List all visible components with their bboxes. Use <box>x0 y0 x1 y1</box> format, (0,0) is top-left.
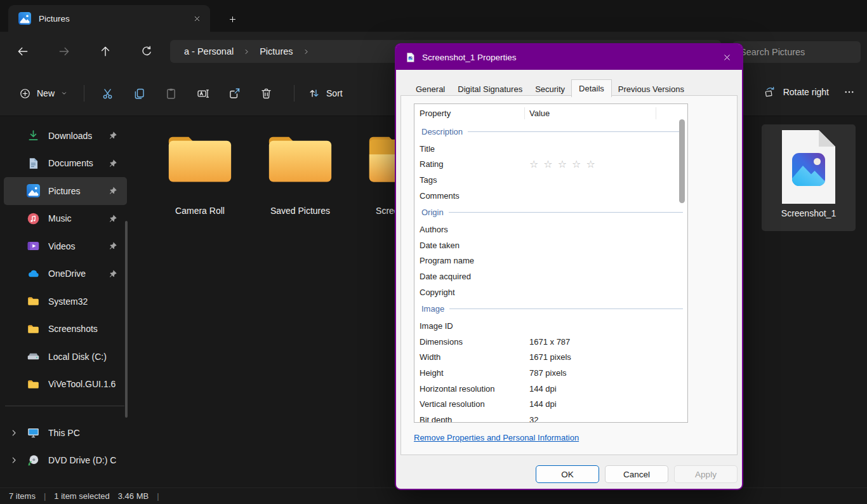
pin-icon <box>108 159 117 168</box>
property-name: Title <box>414 144 525 154</box>
see-more-button[interactable] <box>839 82 859 102</box>
sort-button-label: Sort <box>326 88 343 98</box>
rotate-right-icon <box>764 86 776 98</box>
sidebar-scrollbar[interactable] <box>125 221 128 418</box>
breadcrumb-item[interactable]: Pictures <box>257 45 295 58</box>
selected-file-tile[interactable]: Screenshot_1 <box>762 124 856 231</box>
chevron-right-icon[interactable] <box>10 428 18 437</box>
dialog-buttons: OK Cancel Apply <box>536 465 738 483</box>
dialog-tab[interactable]: Details <box>571 79 612 97</box>
file-explorer-window: Pictures a - Personal Pictures Search Pi… <box>0 0 867 504</box>
dialog-title: Screenshot_1 Properties <box>422 53 517 62</box>
breadcrumb-item[interactable]: a - Personal <box>182 45 236 58</box>
property-row: Date acquired ☆☆☆☆☆ <box>414 269 687 284</box>
pin-icon <box>108 241 117 251</box>
sidebar-item[interactable]: System32 <box>4 288 127 315</box>
property-name: Vertical resolution <box>414 399 525 409</box>
property-row: Dimensions 1671 x 787 ☆☆☆☆☆ <box>414 334 687 350</box>
up-button[interactable] <box>94 40 117 63</box>
pictures-icon <box>27 184 40 197</box>
toolbar-divider <box>84 85 84 102</box>
property-name: Date taken <box>414 241 525 250</box>
dialog-tab[interactable]: Digital Signatures <box>451 82 529 96</box>
rating-stars[interactable]: ☆☆☆☆☆ <box>529 159 600 169</box>
sidebar-item[interactable]: ViVeTool.GUI.1.6 <box>4 371 127 399</box>
star-icon: ☆ <box>586 159 600 169</box>
dialog-tab[interactable]: Security <box>529 82 571 96</box>
star-icon: ☆ <box>558 159 572 169</box>
forward-button[interactable] <box>53 40 76 63</box>
chevron-right-icon[interactable] <box>10 456 18 465</box>
property-name: Image ID <box>414 321 525 331</box>
share-button[interactable] <box>221 81 248 105</box>
property-name: Dimensions <box>414 337 525 347</box>
folder-tile[interactable]: Saved Pictures <box>253 123 348 216</box>
chevron-right-icon[interactable] <box>303 48 310 55</box>
rotate-right-button[interactable]: Rotate right <box>764 86 829 98</box>
property-name: Height <box>414 368 525 378</box>
property-name: Horizontal resolution <box>414 384 525 394</box>
dialog-button[interactable]: Apply <box>674 465 738 483</box>
sort-button[interactable]: Sort <box>304 82 347 105</box>
sidebar-item[interactable]: Pictures <box>4 177 127 205</box>
properties-table: Property Value Description <box>414 103 688 423</box>
sidebar-tree-item[interactable]: DVD Drive (D:) C <box>4 447 127 475</box>
chevron-right-icon[interactable] <box>243 48 250 55</box>
this-pc-icon <box>27 426 40 439</box>
section-rule <box>468 131 683 132</box>
table-scrollbar[interactable] <box>679 119 685 203</box>
image-file-icon <box>778 129 839 204</box>
sidebar-item[interactable]: OneDrive <box>4 260 127 288</box>
property-row: Width 1671 pixels ☆☆☆☆☆ <box>414 350 687 366</box>
sidebar-item[interactable]: Documents <box>4 150 127 178</box>
plus-circle-icon <box>19 88 31 100</box>
explorer-tab[interactable]: Pictures <box>8 5 210 32</box>
toolbar-divider <box>294 85 295 102</box>
property-row: Copyright ☆☆☆☆☆ <box>414 284 687 300</box>
property-column-header: Property <box>414 107 525 119</box>
pin-icon <box>108 186 117 196</box>
property-name: Bit depth <box>414 415 525 423</box>
sidebar-item[interactable]: Local Disk (C:) <box>4 343 127 371</box>
sidebar-item[interactable]: Downloads <box>4 122 127 150</box>
back-button[interactable] <box>11 40 34 63</box>
folder-tile[interactable]: Camera Roll <box>152 123 248 216</box>
dialog-tab[interactable]: General <box>409 82 451 96</box>
table-header: Property Value <box>414 104 687 123</box>
new-tab-button[interactable] <box>223 10 241 28</box>
new-button[interactable]: New <box>13 83 74 105</box>
pin-icon <box>108 269 117 279</box>
dialog-titlebar: Screenshot_1 Properties <box>396 44 742 70</box>
delete-button[interactable] <box>253 81 280 105</box>
property-name: Width <box>414 352 525 362</box>
search-input[interactable]: Search Pictures <box>732 41 861 63</box>
sidebar-divider <box>5 406 124 406</box>
folder-icon <box>27 322 40 336</box>
drive-icon <box>27 350 40 363</box>
sidebar-item[interactable]: Music <box>4 205 127 233</box>
copy-button[interactable] <box>126 81 153 105</box>
dialog-tab[interactable]: Previous Versions <box>612 82 691 96</box>
titlebar: Pictures <box>0 0 867 32</box>
property-row: Image ID ☆☆☆☆☆ <box>414 318 687 334</box>
videos-icon <box>27 239 40 253</box>
sidebar-tree-item[interactable]: This PC <box>4 419 127 447</box>
refresh-button[interactable] <box>135 40 158 63</box>
property-value: 787 pixels <box>525 368 567 378</box>
tab-close-icon[interactable] <box>189 10 205 27</box>
section-header: Image <box>414 300 687 318</box>
downloads-icon <box>27 129 40 142</box>
property-name: Copyright <box>414 288 525 297</box>
sidebar-item[interactable]: Screenshots <box>4 315 127 343</box>
dialog-button[interactable]: OK <box>536 465 599 483</box>
dialog-close-icon[interactable] <box>717 48 737 67</box>
sidebar-item[interactable]: Videos <box>4 232 127 260</box>
cut-button[interactable] <box>94 81 121 105</box>
details-tab-page: Property Value Description <box>400 95 738 455</box>
remove-properties-link[interactable]: Remove Properties and Personal Informati… <box>414 433 579 442</box>
rename-button[interactable] <box>189 81 216 105</box>
property-value: 32 <box>525 415 538 423</box>
selection-status: 1 item selected <box>54 491 109 501</box>
dialog-button[interactable]: Cancel <box>605 465 668 483</box>
paste-button[interactable] <box>157 81 185 105</box>
